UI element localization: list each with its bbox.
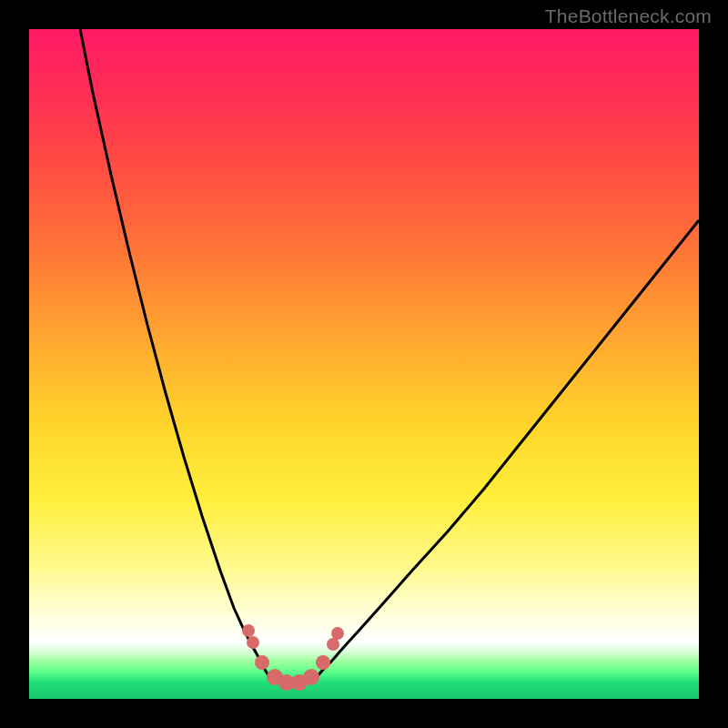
watermark-text: TheBottleneck.com [545,5,712,27]
background-gradient [29,29,699,699]
chart-frame: TheBottleneck.com [0,0,728,728]
plot-area [29,29,699,699]
